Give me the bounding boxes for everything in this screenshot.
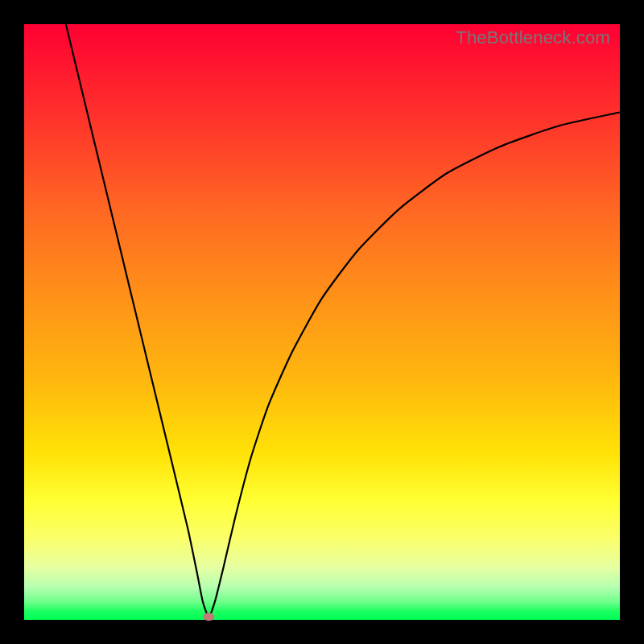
bottleneck-curve — [66, 24, 620, 617]
plot-area: TheBottleneck.com — [24, 24, 620, 620]
min-marker — [203, 613, 214, 621]
chart-frame: TheBottleneck.com — [0, 0, 644, 644]
watermark-label: TheBottleneck.com — [456, 27, 610, 48]
curve-svg — [24, 24, 620, 620]
